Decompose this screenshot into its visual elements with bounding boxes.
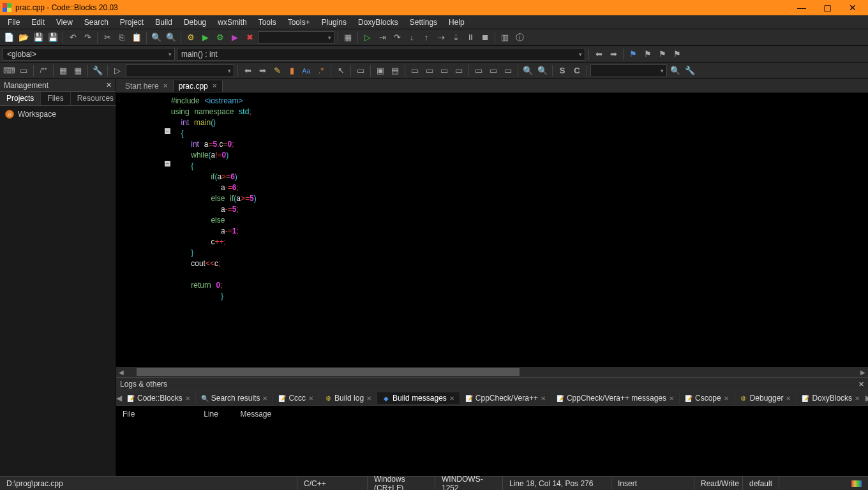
menu-toolsplus[interactable]: Tools+ xyxy=(283,17,315,28)
wx-ctrl3-icon[interactable]: ▭ xyxy=(502,64,514,77)
wx-box2-icon[interactable]: ▭ xyxy=(423,64,436,77)
debug-step-out-icon[interactable]: ↑ xyxy=(420,31,433,44)
log-tab[interactable]: 📝Cscope✕ xyxy=(680,392,735,404)
debug-windows-icon[interactable]: ▥ xyxy=(498,31,511,44)
menu-settings[interactable]: Settings xyxy=(405,17,442,28)
wx-ctrl1-icon[interactable]: ▭ xyxy=(472,64,485,77)
log-tab[interactable]: 🔍Search results✕ xyxy=(196,392,274,404)
log-tab[interactable]: 📝CppCheck/Vera++✕ xyxy=(460,392,551,404)
minimize-button[interactable]: — xyxy=(789,0,814,15)
tab-close-icon[interactable]: ✕ xyxy=(541,395,546,402)
tab-close-icon[interactable]: ✕ xyxy=(724,395,729,402)
run-icon[interactable]: ▶ xyxy=(199,31,212,44)
doxy-run-icon[interactable]: ▭ xyxy=(17,64,30,77)
menu-wxsmith[interactable]: wxSmith xyxy=(213,17,251,28)
nav-back-icon[interactable]: ⬅ xyxy=(592,48,605,61)
menu-build[interactable]: Build xyxy=(150,17,177,28)
rebuild-icon[interactable]: ▶ xyxy=(228,31,241,44)
doxy-icon[interactable]: ⌨ xyxy=(3,64,15,77)
wx-frame-icon[interactable]: ▭ xyxy=(354,64,367,77)
sidebar-tab-projects[interactable]: Projects xyxy=(0,92,41,105)
jump-back-icon[interactable]: ⬅ xyxy=(241,64,254,77)
save-icon[interactable]: 💾 xyxy=(32,31,45,44)
letter-s-icon[interactable]: S xyxy=(556,64,569,77)
editor-tab[interactable]: Start here✕ xyxy=(120,80,174,92)
select-icon[interactable]: ▮ xyxy=(285,64,298,77)
tab-close-icon[interactable]: ✕ xyxy=(855,395,860,402)
letter-c-icon[interactable]: C xyxy=(571,64,583,77)
comment-block-icon[interactable]: /** xyxy=(37,64,50,77)
bookmark-next-icon[interactable]: ⚑ xyxy=(656,48,669,61)
replace-icon[interactable]: 🔍 xyxy=(165,31,177,44)
fold-marker-icon[interactable]: − xyxy=(165,128,170,134)
copy-icon[interactable]: ⎘ xyxy=(116,31,128,44)
menu-file[interactable]: File xyxy=(3,17,25,28)
menu-edit[interactable]: Edit xyxy=(26,17,50,28)
debug-info-icon[interactable]: ⓘ xyxy=(513,31,526,44)
new-file-icon[interactable]: 📄 xyxy=(3,31,15,44)
workspace-root[interactable]: ⌂ Workspace xyxy=(4,108,112,120)
build-target-combo[interactable] xyxy=(258,31,334,44)
match-case-icon[interactable]: Aa xyxy=(300,64,313,77)
logs-close-icon[interactable]: ✕ xyxy=(858,380,864,389)
debug-break-icon[interactable]: ⏸ xyxy=(464,31,477,44)
open-file-icon[interactable]: 📂 xyxy=(17,31,30,44)
maximize-button[interactable]: ▢ xyxy=(814,0,840,15)
debug-step-over-icon[interactable]: ↷ xyxy=(391,31,403,44)
bookmark-clear-icon[interactable]: ⚑ xyxy=(671,48,684,61)
log-tab[interactable]: 📝DoxyBlocks✕ xyxy=(797,392,865,404)
jump-fwd-icon[interactable]: ➡ xyxy=(256,64,269,77)
log-tab[interactable]: 📝Cccc✕ xyxy=(273,392,319,404)
wrench-icon[interactable]: 🔧 xyxy=(91,64,104,77)
undo-icon[interactable]: ↶ xyxy=(66,31,79,44)
menu-help[interactable]: Help xyxy=(444,17,470,28)
tab-close-icon[interactable]: ✕ xyxy=(786,395,791,402)
menu-doxyblocks[interactable]: DoxyBlocks xyxy=(353,17,403,28)
debug-next-instr-icon[interactable]: ⇢ xyxy=(435,31,447,44)
debug-step-into-icon[interactable]: ↓ xyxy=(405,31,418,44)
toggle-icon[interactable]: ▦ xyxy=(341,31,354,44)
logs-tabs-next-icon[interactable]: ▶ xyxy=(865,394,868,403)
abort-icon[interactable]: ✖ xyxy=(243,31,256,44)
menu-project[interactable]: Project xyxy=(115,17,149,28)
find-icon[interactable]: 🔍 xyxy=(150,31,163,44)
scope-combo[interactable]: <global> xyxy=(3,48,175,61)
editor-hscrollbar[interactable]: ◀ ▶ xyxy=(116,367,868,377)
log-tab[interactable]: ⚙Build log✕ xyxy=(319,392,377,404)
zoom-in-icon[interactable]: 🔍 xyxy=(521,64,534,77)
debug-continue-icon[interactable]: ⇥ xyxy=(376,31,389,44)
wx-box3-icon[interactable]: ▭ xyxy=(438,64,451,77)
code-editor[interactable]: − − #include <iostream> using namespace … xyxy=(116,93,868,367)
cursor-icon[interactable]: ↖ xyxy=(334,64,347,77)
build-run-icon[interactable]: ⚙ xyxy=(214,31,227,44)
debug-into-instr-icon[interactable]: ⇣ xyxy=(449,31,462,44)
save-all-icon[interactable]: 💾 xyxy=(47,31,59,44)
sidebar-tab-files[interactable]: Files xyxy=(41,92,70,105)
zoom-out-icon[interactable]: 🔍 xyxy=(536,64,549,77)
bookmark-toggle-icon[interactable]: ⚑ xyxy=(627,48,640,61)
log-tab[interactable]: ⚙Debugger✕ xyxy=(735,392,797,404)
wx-box1-icon[interactable]: ▭ xyxy=(408,64,421,77)
search-opt-icon[interactable]: 🔧 xyxy=(684,64,696,77)
wx-sizer-icon[interactable]: ▤ xyxy=(389,64,401,77)
logs-tabs-prev-icon[interactable]: ◀ xyxy=(116,394,122,403)
search-combo[interactable] xyxy=(590,64,667,77)
menu-view[interactable]: View xyxy=(51,17,78,28)
log-tab[interactable]: 📝Code::Blocks✕ xyxy=(122,392,196,404)
nav-fwd-icon[interactable]: ➡ xyxy=(607,48,620,61)
sidebar-close-icon[interactable]: ✕ xyxy=(106,81,112,89)
bookmark-prev-icon[interactable]: ⚑ xyxy=(641,48,654,61)
search-go-icon[interactable]: 🔍 xyxy=(669,64,682,77)
function-combo[interactable]: main() : int xyxy=(177,48,585,61)
log-tab[interactable]: 📝CppCheck/Vera++ messages✕ xyxy=(551,392,680,404)
tab-close-icon[interactable]: ✕ xyxy=(262,395,267,402)
paste-icon[interactable]: 📋 xyxy=(130,31,143,44)
close-button[interactable]: ✕ xyxy=(840,0,865,15)
chm-icon[interactable]: ▦ xyxy=(71,64,84,77)
redo-icon[interactable]: ↷ xyxy=(81,31,94,44)
log-tab[interactable]: ◆Build messages✕ xyxy=(377,392,460,404)
html-icon[interactable]: ▦ xyxy=(57,64,70,77)
tab-close-icon[interactable]: ✕ xyxy=(185,395,190,402)
tab-close-icon[interactable]: ✕ xyxy=(163,82,168,89)
tab-close-icon[interactable]: ✕ xyxy=(212,82,217,89)
